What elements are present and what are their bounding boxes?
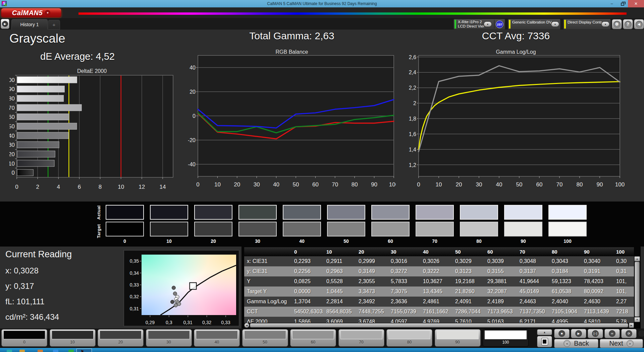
tab-history-1[interactable]: History 1 <box>11 19 48 30</box>
actual-swatch <box>238 205 277 220</box>
table-cell: 7448,7255 <box>355 309 387 315</box>
taskbar-icon[interactable] <box>38 350 43 352</box>
pattern-button-100[interactable]: 100 <box>483 329 529 347</box>
table-cell: 0,2293 <box>290 258 322 264</box>
svg-text:40: 40 <box>9 133 15 139</box>
actual-swatch <box>150 205 188 220</box>
swatch-level-label: 90 <box>504 238 542 244</box>
svg-text:20: 20 <box>234 181 240 188</box>
stop-icon: ■ <box>558 330 565 337</box>
play-button[interactable]: ▶ <box>571 329 586 338</box>
titlebar: 5 CalMAN 5 CalMAN Ultimate for Business … <box>0 0 644 7</box>
deltae-chart-title: DeltaE 2000 <box>9 68 174 74</box>
table-row: Gamma Log/Log1,37042,28142,34922,36362,4… <box>244 297 634 307</box>
svg-text:10: 10 <box>214 181 221 188</box>
scroll-up-button[interactable]: ▲ <box>634 256 640 261</box>
taskbar-icon[interactable] <box>19 350 25 352</box>
display-control-dropdown[interactable]: Direct Display Control ▼ <box>563 19 611 30</box>
swatch-level-label: 10 <box>150 238 188 244</box>
settings-button[interactable]: ⚙ <box>612 19 622 29</box>
pattern-window-button[interactable] <box>537 336 552 347</box>
scroll-left-button[interactable]: ◀ <box>244 323 249 328</box>
minimize-button[interactable]: – <box>606 0 617 7</box>
help-button[interactable]: ? <box>623 19 633 29</box>
windows-taskbar[interactable] <box>0 348 644 352</box>
total-gamma-value: Total Gamma: 2,63 <box>188 30 396 42</box>
reading-y: y: 0,317 <box>5 281 34 291</box>
table-cell: 0,3137 <box>516 268 548 274</box>
scroll-right-button[interactable]: ▶ <box>629 323 634 328</box>
scroll-down-button[interactable]: ▼ <box>634 317 640 322</box>
next-button[interactable]: Next » <box>600 339 643 348</box>
table-row: CCT54502,63038564,80357448,72557155,0739… <box>244 307 634 317</box>
table-cell: 0,3043 <box>548 258 580 264</box>
pattern-button-0[interactable]: 0 <box>1 329 47 347</box>
calman-logo-menu[interactable]: CalMAN5 ▼ <box>1 8 61 17</box>
source-dropdown[interactable]: Generic Calibration DVD ▼ <box>508 19 560 30</box>
target-swatch <box>548 222 587 236</box>
table-cell: 0,3155 <box>483 268 516 274</box>
table-row-label: Y <box>244 278 290 284</box>
close-button[interactable]: ✕ <box>628 0 644 7</box>
actual-swatch <box>194 205 232 220</box>
target-swatch <box>238 222 277 236</box>
add-tab-button[interactable]: + <box>48 20 60 30</box>
table-row-label: Target Y <box>244 289 290 295</box>
taskbar-icon[interactable] <box>53 350 58 352</box>
calman-window: 5 CalMAN 5 CalMAN Ultimate for Business … <box>0 0 644 352</box>
table-vertical-scrollbar[interactable]: ▲ ▼ <box>634 256 640 322</box>
refresh-button[interactable]: ⟳ <box>621 329 637 338</box>
table-row-label: CCT <box>244 309 290 315</box>
pattern-bar-up-button[interactable]: ▲ <box>537 329 552 335</box>
table-cell: 10,3627 <box>419 278 451 284</box>
restore-button[interactable] <box>617 0 628 7</box>
horizontal-scroll-thumb[interactable] <box>250 323 628 327</box>
pattern-button-20[interactable]: 20 <box>98 329 144 347</box>
swatch-level-label: 20 <box>194 238 232 244</box>
svg-text:4: 4 <box>57 184 60 190</box>
pattern-button-50[interactable]: 50 <box>242 329 288 347</box>
table-cell: 19,2168 <box>451 278 483 284</box>
table-cell: 7,3075 <box>387 289 419 295</box>
actual-swatch <box>327 205 365 220</box>
pattern-button-10[interactable]: 10 <box>50 329 96 347</box>
svg-text:-20: -20 <box>188 137 196 143</box>
target-swatch <box>327 222 365 236</box>
pattern-level-label: 90 <box>435 340 480 345</box>
table-cell: 29,3881 <box>483 278 516 284</box>
taskbar-active-app[interactable] <box>76 349 92 352</box>
current-reading-title: Current Reading <box>5 249 72 260</box>
pattern-button-70[interactable]: 70 <box>338 329 384 347</box>
pattern-button-90[interactable]: 90 <box>435 329 481 347</box>
vertical-scroll-thumb[interactable] <box>635 262 640 317</box>
pattern-swatch <box>388 331 430 339</box>
pattern-level-label: 40 <box>194 340 239 345</box>
swatch-column: 70 <box>413 202 457 247</box>
tab-scroll-button[interactable]: ▶ <box>1 19 9 29</box>
reading-cdm2: cd/m²: 346,434 <box>5 312 59 322</box>
table-cell: 0,3016 <box>387 258 419 264</box>
table-cell: 0,0000 <box>290 289 322 295</box>
target-swatch <box>106 222 144 236</box>
pattern-button-80[interactable]: 80 <box>386 329 432 347</box>
table-cell: 0,3040 <box>580 258 612 264</box>
meter-device-dropdown[interactable]: X-Rite i1Pro 2 LCD Direct View ▼ 237 <box>453 19 505 30</box>
continuous-read-button[interactable]: ∞ <box>604 329 620 338</box>
taskbar-icon[interactable] <box>7 350 12 352</box>
pattern-button-40[interactable]: 40 <box>194 329 240 347</box>
refresh-icon: ⟳ <box>626 330 632 337</box>
pattern-button-60[interactable]: 60 <box>290 329 336 347</box>
stop-button[interactable]: ■ <box>554 329 570 338</box>
pattern-button-30[interactable]: 30 <box>146 329 192 347</box>
taskbar-icon[interactable] <box>68 350 74 352</box>
collapse-panel-button[interactable]: ◀ <box>634 19 644 29</box>
svg-text:90: 90 <box>9 86 15 92</box>
table-cell: 2,27 <box>612 299 634 305</box>
table-horizontal-scrollbar[interactable]: ◀ ▶ <box>244 323 634 328</box>
table-cell: 2,3492 <box>355 299 387 305</box>
series-icon: [··] <box>592 330 599 337</box>
back-button[interactable]: « Back <box>554 339 598 348</box>
read-series-button[interactable]: [··] <box>588 329 603 338</box>
table-cell: 101, <box>612 278 634 284</box>
gamma-loglog-chart: 2,62,42,221,81,61,41,2010203040506070809… <box>405 55 627 190</box>
